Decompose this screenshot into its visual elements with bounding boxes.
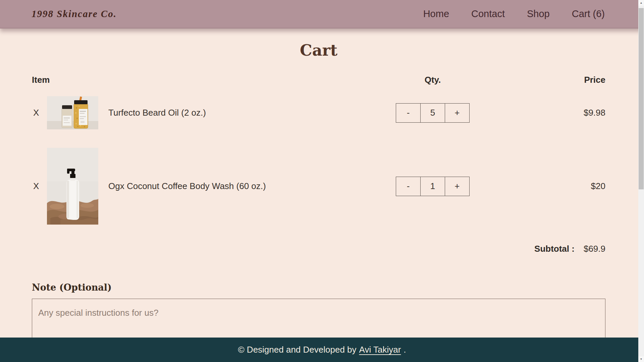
footer-credit-period: . [404, 345, 406, 355]
footer-author-link[interactable]: Avi Takiyar [359, 345, 401, 355]
note-heading: Note (Optional) [32, 282, 605, 293]
item-price: $20 [470, 181, 605, 191]
cart-row-beard-oil: X [32, 96, 605, 129]
qty-increase-button[interactable]: + [445, 104, 469, 122]
site-header: 1998 Skincare Co. Home Contact Shop Cart… [0, 0, 644, 28]
site-footer: © Designed and Developed by Avi Takiyar. [0, 338, 644, 362]
qty-input[interactable] [420, 177, 445, 196]
qty-input[interactable] [420, 104, 445, 122]
brand-logo[interactable]: 1998 Skincare Co. [32, 8, 117, 19]
scroll-up-icon[interactable]: ▲ [638, 0, 644, 6]
product-image-body-wash [47, 148, 98, 225]
nav-link-shop[interactable]: Shop [527, 8, 550, 19]
vertical-scrollbar[interactable]: ▲ ▼ [638, 0, 644, 362]
subtotal-label: Subtotal : [534, 244, 575, 254]
qty-decrease-button[interactable]: - [396, 177, 420, 196]
cart-table-header: Item Qty. Price [32, 75, 605, 85]
footer-credit-text: © Designed and Developed by [238, 345, 356, 355]
subtotal-value: $69.9 [584, 244, 605, 254]
nav-link-contact[interactable]: Contact [471, 8, 505, 19]
product-image-beard-oil [47, 96, 98, 129]
item-price: $9.98 [470, 108, 605, 118]
qty-stepper: - + [396, 103, 470, 123]
qty-increase-button[interactable]: + [445, 177, 469, 196]
page-title: Cart [32, 41, 605, 59]
product-name: Ogx Coconut Coffee Body Wash (60 oz.) [108, 181, 396, 191]
scroll-down-icon[interactable]: ▼ [638, 356, 644, 362]
main-nav: Home Contact Shop Cart (6) [423, 8, 605, 19]
subtotal-row: Subtotal : $69.9 [32, 244, 605, 254]
cart-row-body-wash: X Ogx Coconut Coffe [32, 148, 605, 225]
remove-item-button[interactable]: X [32, 108, 39, 118]
scrollbar-thumb[interactable] [639, 8, 644, 189]
product-name: Turfecto Beard Oil (2 oz.) [108, 108, 396, 118]
nav-link-home[interactable]: Home [423, 8, 449, 19]
qty-decrease-button[interactable]: - [396, 104, 420, 122]
qty-stepper: - + [396, 177, 470, 196]
remove-item-button[interactable]: X [32, 181, 39, 191]
column-header-price: Price [470, 75, 605, 85]
cart-page: Cart Item Qty. Price X [0, 41, 644, 347]
column-header-qty: Qty. [396, 75, 470, 85]
nav-link-cart[interactable]: Cart (6) [572, 8, 605, 19]
column-header-item: Item [32, 75, 396, 85]
